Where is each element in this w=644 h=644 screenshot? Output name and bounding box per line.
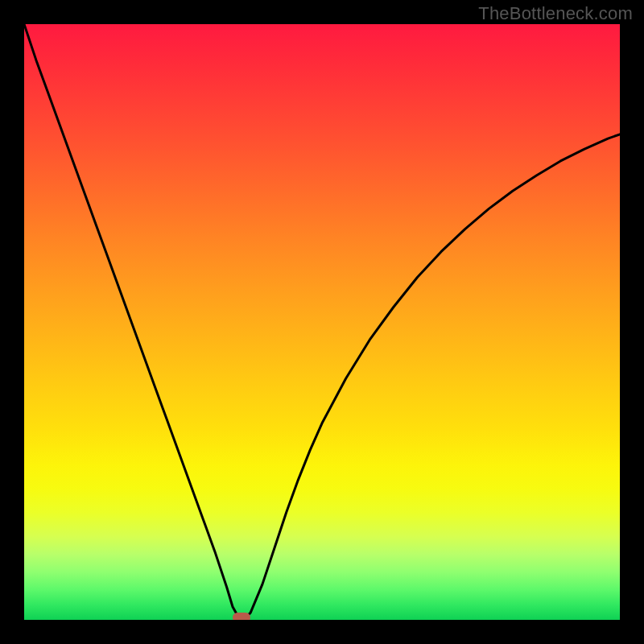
bottleneck-curve [24, 24, 620, 620]
chart-frame: TheBottleneck.com [0, 0, 644, 644]
optimum-marker [233, 613, 250, 620]
watermark-text: TheBottleneck.com [478, 3, 633, 24]
plot-area [24, 24, 620, 620]
